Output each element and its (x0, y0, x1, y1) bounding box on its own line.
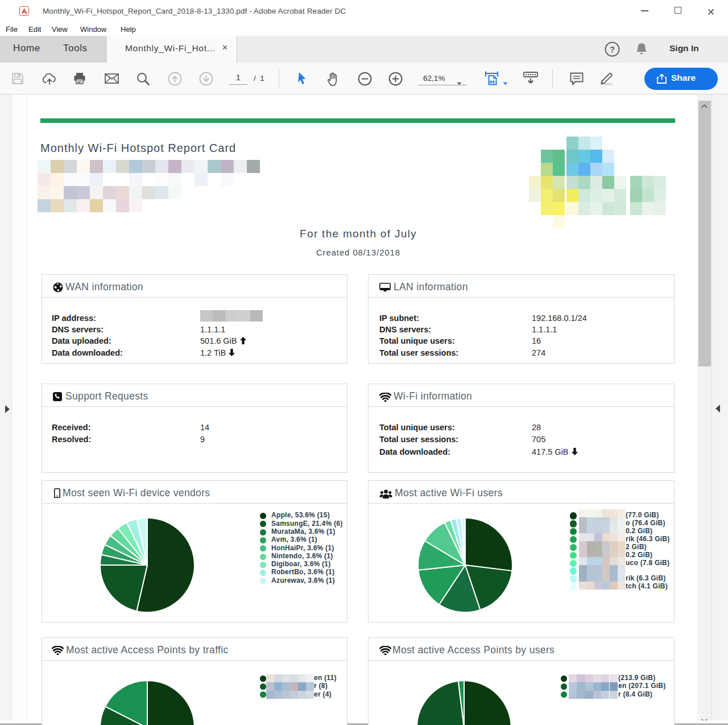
svg-text:?: ? (610, 44, 615, 54)
